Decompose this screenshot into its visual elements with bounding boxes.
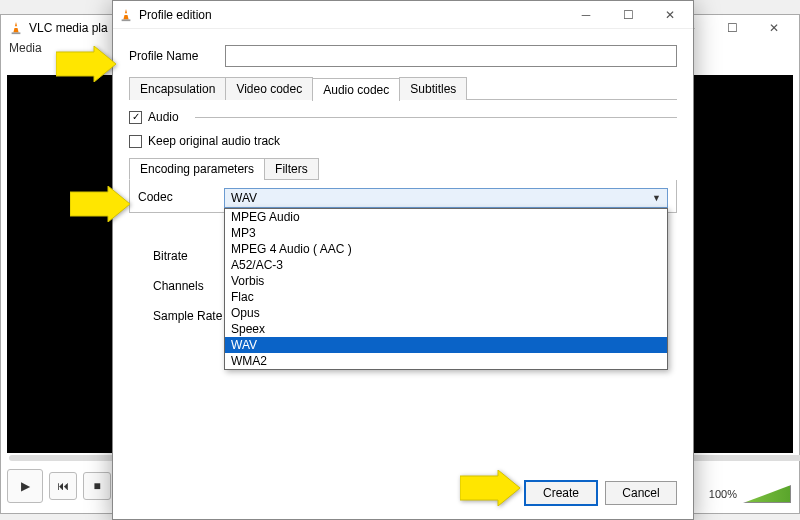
- codec-option[interactable]: MP3: [225, 225, 667, 241]
- encoding-parameters-panel: Codec WAV ▼ MPEG Audio MP3 MPEG 4 Audio …: [129, 180, 677, 213]
- channels-label: Channels: [153, 279, 222, 293]
- tab-subtitles[interactable]: Subtitles: [399, 77, 467, 100]
- svg-marker-8: [460, 470, 520, 506]
- outer-tabs: Encapsulation Video codec Audio codec Su…: [129, 77, 677, 100]
- tab-encoding-parameters[interactable]: Encoding parameters: [129, 158, 265, 180]
- dialog-title: Profile edition: [139, 8, 563, 22]
- svg-marker-7: [70, 186, 130, 222]
- codec-dropdown-list: MPEG Audio MP3 MPEG 4 Audio ( AAC ) A52/…: [224, 208, 668, 370]
- profile-name-label: Profile Name: [129, 49, 215, 63]
- volume-text: 100%: [709, 488, 737, 500]
- codec-selected-text: WAV: [231, 191, 257, 205]
- tab-filters[interactable]: Filters: [264, 158, 319, 180]
- codec-option[interactable]: A52/AC-3: [225, 257, 667, 273]
- svg-rect-2: [12, 32, 21, 34]
- codec-option[interactable]: Speex: [225, 321, 667, 337]
- sample-rate-label: Sample Rate: [153, 309, 222, 323]
- tab-encapsulation[interactable]: Encapsulation: [129, 77, 226, 100]
- codec-option[interactable]: MPEG 4 Audio ( AAC ): [225, 241, 667, 257]
- dialog-titlebar: Profile edition ─ ☐ ✕: [113, 1, 693, 29]
- group-line: [195, 117, 677, 118]
- audio-checkbox[interactable]: [129, 111, 142, 124]
- profile-name-input[interactable]: [225, 45, 677, 67]
- vlc-cone-icon: [9, 21, 23, 35]
- tab-audio-codec[interactable]: Audio codec: [312, 78, 400, 101]
- maximize-button[interactable]: ☐: [715, 18, 749, 38]
- svg-rect-1: [13, 26, 18, 28]
- codec-option[interactable]: Opus: [225, 305, 667, 321]
- svg-marker-6: [56, 46, 116, 82]
- close-button[interactable]: ✕: [757, 18, 791, 38]
- audio-checkbox-label: Audio: [148, 110, 179, 124]
- codec-option[interactable]: Vorbis: [225, 273, 667, 289]
- annotation-arrow-icon: [56, 46, 116, 82]
- chevron-down-icon: ▼: [652, 193, 661, 203]
- stop-button[interactable]: ■: [83, 472, 111, 500]
- play-button[interactable]: ▶: [7, 469, 43, 503]
- dialog-minimize-button[interactable]: ─: [569, 5, 603, 25]
- create-button[interactable]: Create: [525, 481, 597, 505]
- keep-original-label: Keep original audio track: [148, 134, 280, 148]
- cancel-button[interactable]: Cancel: [605, 481, 677, 505]
- codec-option[interactable]: WMA2: [225, 353, 667, 369]
- annotation-arrow-icon: [70, 186, 130, 222]
- svg-rect-4: [123, 13, 128, 15]
- dialog-maximize-button[interactable]: ☐: [611, 5, 645, 25]
- param-labels-stack: Bitrate Channels Sample Rate: [153, 249, 222, 323]
- profile-edition-dialog: Profile edition ─ ☐ ✕ Profile Name Encap…: [112, 0, 694, 520]
- volume-slider[interactable]: [743, 485, 791, 503]
- vlc-cone-icon: [119, 8, 133, 22]
- inner-tabs: Encoding parameters Filters: [129, 158, 677, 180]
- svg-rect-5: [122, 19, 131, 21]
- keep-original-checkbox[interactable]: [129, 135, 142, 148]
- dialog-close-button[interactable]: ✕: [653, 5, 687, 25]
- annotation-arrow-icon: [460, 470, 520, 506]
- bitrate-label: Bitrate: [153, 249, 222, 263]
- codec-dropdown[interactable]: WAV ▼ MPEG Audio MP3 MPEG 4 Audio ( AAC …: [224, 188, 668, 208]
- codec-label: Codec: [138, 188, 218, 204]
- codec-option[interactable]: Flac: [225, 289, 667, 305]
- codec-option[interactable]: MPEG Audio: [225, 209, 667, 225]
- tab-video-codec[interactable]: Video codec: [225, 77, 313, 100]
- prev-button[interactable]: ⏮: [49, 472, 77, 500]
- codec-dropdown-selected[interactable]: WAV ▼: [224, 188, 668, 208]
- codec-option-selected[interactable]: WAV: [225, 337, 667, 353]
